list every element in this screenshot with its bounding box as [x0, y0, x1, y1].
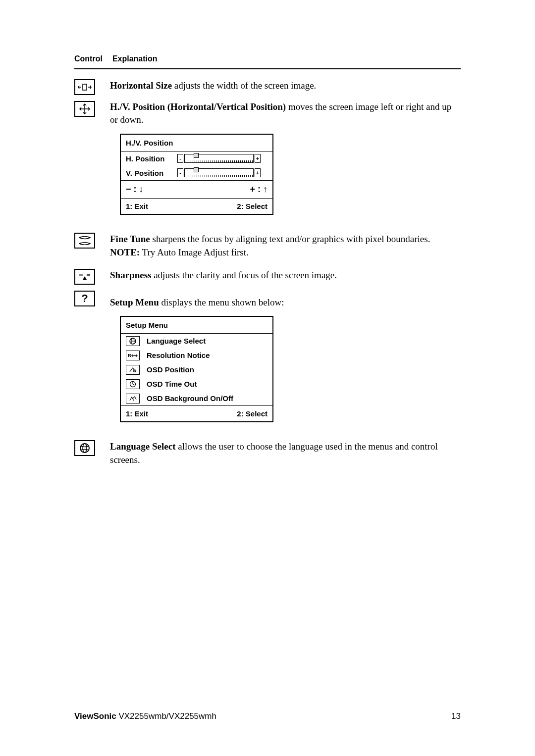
hv-panel-title: H./V. Position	[121, 135, 272, 151]
row-language-select: Language Select allows the user to choos…	[74, 440, 461, 466]
sharpness-text: Sharpness adjusts the clarity and focus …	[110, 269, 461, 282]
setupmenu-title: Setup Menu	[110, 297, 159, 307]
slider-thumb	[194, 167, 199, 172]
hvpos-title: H./V. Position (Horizontal/Vertical Posi…	[110, 101, 286, 112]
slider-track	[184, 168, 254, 177]
hsize-title: Horizontal Size	[110, 80, 172, 91]
setup-row-osdtimeout: OSD Time Out	[121, 377, 272, 391]
row-horizontal-size: Horizontal Size adjusts the width of the…	[74, 79, 461, 225]
slider-thumb	[194, 153, 199, 158]
hvpos-text: H./V. Position (Horizontal/Vertical Posi…	[110, 101, 461, 127]
finetune-note: NOTE: Try Auto Image Adjust first.	[110, 246, 461, 259]
header-explanation: Explanation	[112, 54, 158, 63]
hv-row-vposition: V. Position - +	[121, 166, 272, 180]
resolution-icon: R⟷	[126, 351, 140, 360]
page-footer: ViewSonic VX2255wmb/VX2255wmh 13	[74, 711, 461, 721]
hv-position-icon	[74, 101, 95, 117]
header-control: Control	[74, 54, 103, 63]
osd-position-icon	[126, 365, 140, 375]
langsel-title: Language Select	[110, 441, 175, 452]
svg-rect-0	[83, 84, 87, 90]
row-fine-tune: Fine Tune sharpens the focus by aligning…	[74, 233, 461, 259]
setup-panel-title: Setup Menu	[121, 317, 272, 334]
minus-down: − : ↓	[126, 183, 144, 196]
globe-icon	[74, 440, 95, 456]
table-header: Control Explanation	[74, 54, 461, 69]
h-position-slider: - +	[177, 154, 261, 163]
finetune-title: Fine Tune	[110, 234, 150, 244]
finetune-text: Fine Tune sharpens the focus by aligning…	[110, 233, 461, 246]
hsize-text: Horizontal Size adjusts the width of the…	[110, 79, 461, 93]
setup-row-resolution: R⟷ Resolution Notice	[121, 348, 272, 362]
horizontal-size-icon	[74, 79, 95, 95]
setupmenu-text: Setup Menu displays the menu shown below…	[110, 296, 461, 309]
osd-bg-icon	[126, 394, 140, 403]
svg-rect-2	[87, 274, 90, 276]
setup-row-osdposition: OSD Position	[121, 362, 272, 377]
hv-panel-footer: 1: Exit 2: Select	[121, 198, 272, 214]
hv-panel-controls: − : ↓ + : ↑	[121, 180, 272, 198]
plus-up: + : ↑	[250, 183, 268, 196]
footer-left: ViewSonic VX2255wmb/VX2255wmh	[74, 711, 216, 721]
svg-point-8	[83, 444, 87, 453]
globe-icon	[126, 336, 140, 346]
svg-rect-1	[79, 274, 83, 276]
row-sharpness: ? Sharpness adjusts the clarity and focu…	[74, 269, 461, 432]
slider-plus-icon: +	[255, 168, 261, 177]
slider-track	[184, 154, 254, 163]
exit-label: 1: Exit	[126, 408, 148, 419]
select-label: 2: Select	[237, 408, 268, 419]
setup-menu-icon: ?	[74, 291, 95, 306]
slider-plus-icon: +	[255, 154, 261, 163]
select-label: 2: Select	[237, 201, 268, 211]
slider-minus-icon: -	[177, 154, 183, 163]
exit-label: 1: Exit	[126, 201, 148, 211]
page-number: 13	[451, 711, 461, 721]
hv-row-hposition: H. Position - +	[121, 151, 272, 166]
clock-icon	[126, 379, 140, 389]
svg-point-7	[80, 444, 89, 453]
v-position-slider: - +	[177, 168, 261, 177]
hv-position-panel: H./V. Position H. Position - + V. Positi…	[120, 134, 273, 215]
fine-tune-icon	[74, 233, 95, 249]
slider-minus-icon: -	[177, 168, 183, 177]
sharpness-icon	[74, 269, 95, 285]
setup-row-language: Language Select	[121, 334, 272, 348]
langsel-text: Language Select allows the user to choos…	[110, 440, 461, 466]
setup-menu-panel: Setup Menu Language Select R⟷ Resolution…	[120, 316, 273, 422]
setup-panel-footer: 1: Exit 2: Select	[121, 405, 272, 421]
sharpness-title: Sharpness	[110, 270, 151, 280]
setup-row-osdbg: OSD Background On/Off	[121, 391, 272, 405]
